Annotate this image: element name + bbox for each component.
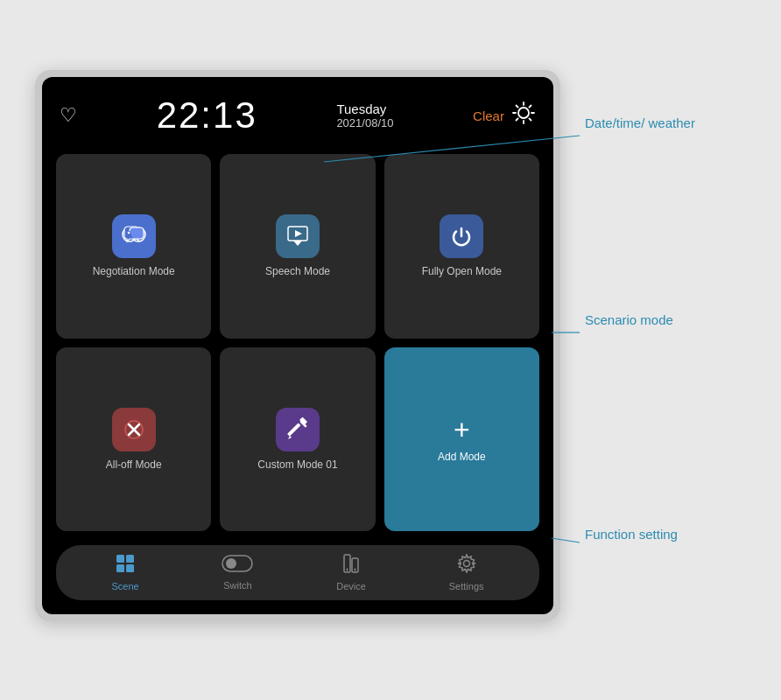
outer-wrapper: ♡ 22:13 Tuesday 2021/08/10 Clear bbox=[0, 0, 781, 700]
settings-label: Settings bbox=[449, 581, 484, 592]
svg-marker-17 bbox=[293, 241, 302, 246]
svg-rect-26 bbox=[116, 564, 124, 572]
custom-label: Custom Mode 01 bbox=[257, 458, 337, 471]
date-section: Tuesday 2021/08/10 bbox=[336, 102, 393, 130]
device-icon bbox=[341, 554, 361, 578]
heart-icon: ♡ bbox=[60, 104, 77, 127]
device-screen: ♡ 22:13 Tuesday 2021/08/10 Clear bbox=[42, 77, 553, 614]
scene-label: Scene bbox=[111, 581, 138, 592]
power-icon bbox=[440, 214, 483, 258]
day-label: Tuesday bbox=[336, 102, 386, 116]
annotation-datetime: Date/time/ weather bbox=[585, 114, 695, 132]
fully-open-mode-card[interactable]: Fully Open Mode bbox=[384, 154, 539, 339]
status-bar: ♡ 22:13 Tuesday 2021/08/10 Clear bbox=[56, 91, 539, 140]
svg-rect-22 bbox=[287, 423, 301, 437]
speech-label: Speech Mode bbox=[265, 265, 330, 277]
svg-line-5 bbox=[516, 106, 517, 108]
fully-open-label: Fully Open Mode bbox=[422, 265, 502, 277]
switch-label: Switch bbox=[223, 580, 251, 591]
svg-line-6 bbox=[529, 118, 531, 120]
device-label: Device bbox=[336, 581, 366, 592]
svg-line-7 bbox=[529, 106, 531, 108]
custom-icon bbox=[276, 408, 320, 452]
nav-scene[interactable]: Scene bbox=[111, 554, 138, 592]
time-display: 22:13 bbox=[157, 94, 257, 136]
switch-icon bbox=[222, 555, 253, 577]
add-mode-card[interactable]: + Add Mode bbox=[384, 347, 539, 532]
svg-point-0 bbox=[518, 108, 529, 118]
svg-rect-25 bbox=[126, 555, 134, 563]
custom-mode-card[interactable]: Custom Mode 01 bbox=[220, 347, 375, 532]
svg-line-8 bbox=[516, 118, 517, 120]
bottom-nav: Scene Switch bbox=[56, 545, 539, 600]
date-label: 2021/08/10 bbox=[336, 116, 393, 130]
scene-icon bbox=[116, 554, 135, 578]
settings-icon bbox=[457, 554, 476, 578]
negotiation-mode-card[interactable]: Negotiation Mode bbox=[56, 154, 211, 339]
svg-point-13 bbox=[127, 232, 130, 234]
all-off-label: All-off Mode bbox=[106, 458, 162, 471]
negotiation-label: Negotiation Mode bbox=[93, 265, 175, 277]
weather-section: Clear bbox=[473, 101, 536, 130]
svg-rect-23 bbox=[299, 416, 307, 424]
svg-point-34 bbox=[463, 561, 469, 567]
svg-rect-27 bbox=[126, 564, 134, 572]
negotiation-icon bbox=[112, 214, 156, 258]
mode-grid: Negotiation Mode Speech Mode bbox=[56, 154, 539, 531]
device-frame: ♡ 22:13 Tuesday 2021/08/10 Clear bbox=[35, 70, 560, 621]
add-label: Add Mode bbox=[438, 451, 486, 463]
nav-device[interactable]: Device bbox=[336, 554, 366, 592]
alloff-icon bbox=[112, 408, 156, 452]
speech-mode-card[interactable]: Speech Mode bbox=[220, 154, 375, 339]
nav-settings[interactable]: Settings bbox=[449, 554, 484, 592]
weather-text: Clear bbox=[473, 108, 504, 123]
svg-marker-18 bbox=[295, 230, 302, 237]
sun-icon bbox=[511, 101, 536, 130]
all-off-mode-card[interactable]: All-off Mode bbox=[56, 347, 211, 532]
annotation-scenario: Scenario mode bbox=[585, 311, 673, 329]
nav-switch[interactable]: Switch bbox=[222, 555, 253, 591]
svg-point-29 bbox=[226, 558, 236, 569]
speech-icon bbox=[276, 214, 320, 258]
add-icon: + bbox=[454, 416, 470, 444]
annotation-function: Function setting bbox=[585, 525, 678, 543]
svg-rect-24 bbox=[116, 555, 124, 563]
